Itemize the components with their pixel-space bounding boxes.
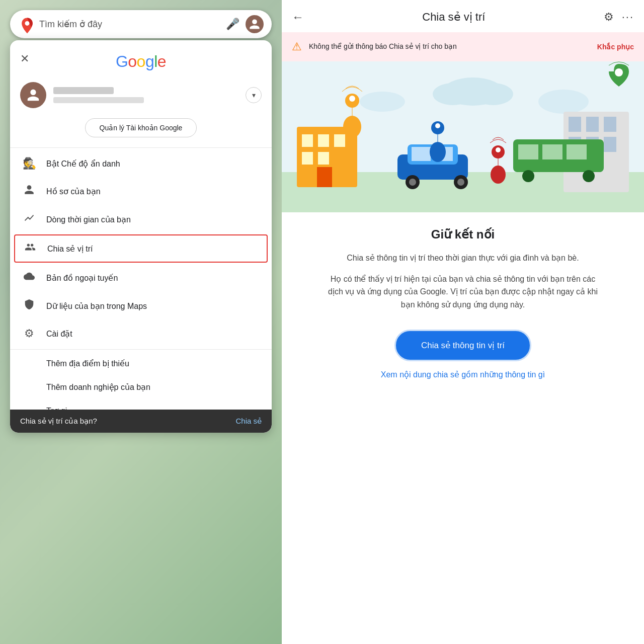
map-topbar: Tìm kiếm ở đây 🎤 bbox=[10, 10, 272, 38]
menu-label-timeline: Dòng thời gian của bạn bbox=[46, 215, 131, 224]
svg-rect-25 bbox=[542, 144, 562, 159]
svg-point-46 bbox=[615, 68, 623, 76]
svg-point-45 bbox=[496, 147, 501, 152]
google-logo: Google bbox=[116, 52, 166, 71]
account-drawer: ✕ Google ▾ Quản lý Tài khoản Google bbox=[10, 40, 272, 433]
warning-icon: ⚠ bbox=[292, 40, 302, 53]
drawer-header: ✕ Google bbox=[10, 40, 272, 76]
menu-label-settings: Cài đặt bbox=[46, 329, 72, 339]
svg-point-0 bbox=[25, 21, 30, 26]
menu-label-incognito: Bật Chế độ ẩn danh bbox=[46, 159, 120, 169]
error-banner: ⚠ Không thể gửi thông báo Chia sẻ vị trí… bbox=[282, 32, 644, 61]
svg-rect-17 bbox=[302, 134, 313, 147]
share-location-button[interactable]: Chia sẻ thông tin vị trí bbox=[396, 331, 530, 360]
svg-point-40 bbox=[430, 142, 446, 162]
svg-rect-18 bbox=[318, 134, 329, 147]
account-info bbox=[53, 87, 238, 103]
menu-item-timeline[interactable]: Dòng thời gian của bạn bbox=[10, 205, 272, 233]
fix-button[interactable]: Khắc phục bbox=[597, 43, 634, 51]
svg-point-42 bbox=[435, 123, 440, 128]
manage-account-btn-container: Quản lý Tài khoản Google bbox=[10, 114, 272, 145]
svg-point-27 bbox=[522, 170, 534, 182]
menu-label-location-share: Chia sẻ vị trí bbox=[47, 244, 93, 254]
learn-more-link[interactable]: Xem nội dung chia sẻ gồm những thông tin… bbox=[381, 370, 545, 379]
right-topbar: ← Chia sẻ vị trí ⚙ ··· bbox=[282, 0, 644, 32]
content-heading: Giữ kết nối bbox=[431, 227, 495, 242]
snackbar: Chia sẻ vị trí của bạn? Chia sẻ bbox=[10, 410, 272, 433]
settings-icon: ⚙ bbox=[22, 327, 36, 340]
menu-item-data[interactable]: Dữ liệu của bạn trong Maps bbox=[10, 292, 272, 320]
svg-rect-21 bbox=[318, 152, 329, 165]
menu-item-add-business[interactable]: Thêm doanh nghiệp của bạn bbox=[10, 375, 272, 399]
chevron-down-icon[interactable]: ▾ bbox=[246, 87, 262, 103]
account-email bbox=[53, 97, 144, 103]
page-title: Chia sẻ vị trí bbox=[312, 11, 596, 24]
location-sharing-illustration bbox=[282, 61, 644, 212]
mic-icon[interactable]: 🎤 bbox=[226, 18, 239, 31]
svg-point-34 bbox=[409, 179, 416, 186]
menu-item-profile[interactable]: Hồ sơ của bạn bbox=[10, 177, 272, 205]
svg-point-37 bbox=[343, 116, 361, 138]
menu-label-offline-maps: Bản đồ ngoại tuyến bbox=[46, 273, 118, 283]
content-para-1: Chia sẻ thông tin vị trí theo thời gian … bbox=[347, 252, 579, 265]
account-avatar bbox=[20, 82, 46, 108]
gear-icon[interactable]: ⚙ bbox=[604, 11, 614, 24]
svg-point-43 bbox=[491, 166, 506, 184]
error-message: Không thể gửi thông báo Chia sẻ vị trí c… bbox=[309, 42, 590, 52]
svg-rect-19 bbox=[334, 134, 345, 147]
maps-logo-icon bbox=[18, 16, 34, 32]
svg-point-6 bbox=[360, 92, 405, 112]
svg-point-39 bbox=[349, 96, 355, 102]
menu-label-data: Dữ liệu của bạn trong Maps bbox=[46, 301, 147, 311]
svg-rect-10 bbox=[586, 117, 599, 132]
svg-rect-14 bbox=[604, 137, 616, 152]
location-share-icon bbox=[23, 242, 37, 256]
account-row[interactable]: ▾ bbox=[10, 76, 272, 114]
close-icon[interactable]: ✕ bbox=[20, 52, 29, 65]
snackbar-action-button[interactable]: Chia sẻ bbox=[235, 417, 262, 426]
menu-item-offline-maps[interactable]: Bản đồ ngoại tuyến bbox=[10, 264, 272, 292]
svg-rect-11 bbox=[604, 117, 616, 132]
svg-point-5 bbox=[538, 90, 589, 114]
left-panel: Tìm kiếm ở đây 🎤 ✕ Google bbox=[0, 0, 282, 644]
right-content: Giữ kết nối Chia sẻ thông tin vị trí the… bbox=[282, 212, 644, 644]
menu-item-incognito[interactable]: 🕵 Bật Chế độ ẩn danh bbox=[10, 150, 272, 177]
svg-point-28 bbox=[583, 170, 595, 182]
menu-item-add-place[interactable]: Thêm địa điểm bị thiếu bbox=[10, 352, 272, 375]
svg-rect-31 bbox=[412, 147, 431, 161]
profile-icon bbox=[22, 184, 36, 198]
search-text: Tìm kiếm ở đây bbox=[39, 19, 226, 30]
user-avatar[interactable] bbox=[246, 15, 264, 33]
svg-point-36 bbox=[457, 179, 464, 186]
content-para-2: Họ có thể thấy vị trí hiện tại của bạn v… bbox=[322, 273, 604, 311]
data-icon bbox=[22, 299, 36, 313]
svg-rect-24 bbox=[518, 144, 538, 159]
svg-rect-20 bbox=[302, 152, 313, 165]
snackbar-text: Chia sẻ vị trí của bạn? bbox=[20, 417, 97, 426]
incognito-icon: 🕵 bbox=[22, 157, 36, 170]
more-options-icon[interactable]: ··· bbox=[622, 11, 634, 24]
svg-rect-9 bbox=[569, 117, 581, 132]
menu-item-settings[interactable]: ⚙ Cài đặt bbox=[10, 320, 272, 347]
manage-account-button[interactable]: Quản lý Tài khoản Google bbox=[85, 118, 197, 137]
menu-label-add-business: Thêm doanh nghiệp của bạn bbox=[46, 382, 150, 392]
right-panel: ← Chia sẻ vị trí ⚙ ··· ⚠ Không thể gửi t… bbox=[282, 0, 644, 644]
divider-2 bbox=[10, 349, 272, 350]
timeline-icon bbox=[22, 212, 36, 226]
svg-point-3 bbox=[433, 83, 473, 105]
illustration-area bbox=[282, 61, 644, 212]
account-name bbox=[53, 87, 114, 94]
menu-label-profile: Hồ sơ của bạn bbox=[46, 187, 101, 196]
svg-point-4 bbox=[473, 83, 513, 105]
svg-rect-22 bbox=[317, 167, 332, 187]
svg-rect-26 bbox=[567, 144, 587, 159]
divider-1 bbox=[10, 147, 272, 148]
offline-maps-icon bbox=[22, 271, 36, 285]
menu-label-add-place: Thêm địa điểm bị thiếu bbox=[46, 359, 129, 368]
menu-item-location-share[interactable]: Chia sẻ vị trí bbox=[14, 234, 268, 263]
back-button[interactable]: ← bbox=[292, 10, 304, 24]
